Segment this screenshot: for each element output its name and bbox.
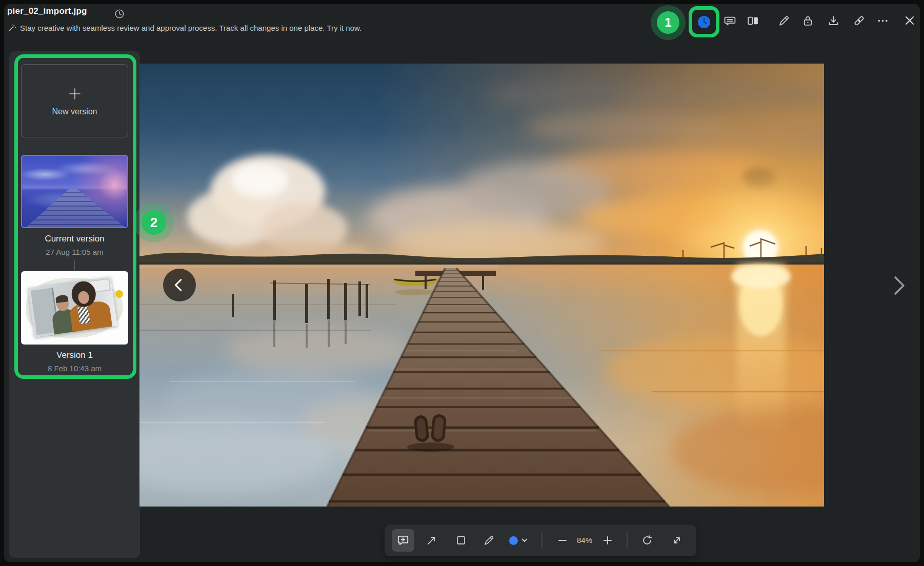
- annotate-pencil-button[interactable]: [776, 12, 792, 29]
- new-version-label: New version: [52, 107, 97, 116]
- previous-file-button[interactable]: [163, 269, 196, 301]
- comment-plus-icon: [396, 534, 410, 547]
- annotation-step-1: 1: [651, 5, 686, 40]
- toolbar-divider: [627, 533, 628, 548]
- image-preview: [139, 64, 824, 507]
- color-picker-dropdown[interactable]: [520, 537, 529, 544]
- pencil-tool-button[interactable]: [481, 532, 497, 549]
- zoom-level: 84%: [569, 536, 600, 544]
- version-1-label: Version 1: [9, 350, 140, 360]
- pencil-icon: [483, 534, 495, 547]
- annotation-step-2-number: 2: [142, 210, 166, 235]
- plus-icon: [603, 536, 612, 545]
- zoom-in-button[interactable]: [599, 532, 616, 549]
- comment-tool-button[interactable]: [392, 529, 414, 552]
- yellow-dot: [115, 290, 123, 298]
- rectangle-icon: [455, 534, 467, 547]
- promo-banner: Stay creative with seamless review and a…: [8, 24, 361, 32]
- download-button[interactable]: [825, 12, 841, 29]
- rectangle-tool-button[interactable]: [453, 532, 469, 549]
- version-connector-line: [74, 260, 75, 271]
- file-review-window: pier_02_import.jpg Stay creative with se…: [0, 0, 924, 566]
- minus-icon: [558, 536, 567, 545]
- arrow-icon: [426, 534, 438, 547]
- version-1-thumbnail[interactable]: [21, 271, 128, 345]
- annotation-box-1: [689, 6, 719, 37]
- arrow-tool-button[interactable]: [424, 532, 440, 549]
- current-version-thumbnail[interactable]: [21, 155, 128, 228]
- fullscreen-button[interactable]: [669, 532, 685, 549]
- share-link-button[interactable]: [851, 12, 867, 29]
- current-version-label: Current version: [9, 234, 140, 244]
- lock-button[interactable]: [799, 12, 816, 29]
- rotate-button[interactable]: [639, 532, 655, 549]
- next-file-button[interactable]: [889, 274, 909, 297]
- close-button[interactable]: [901, 12, 918, 29]
- chevron-right-icon: [891, 274, 907, 297]
- chevron-left-icon: [171, 276, 188, 294]
- plus-icon: [67, 86, 83, 102]
- color-picker-button[interactable]: [505, 532, 521, 549]
- new-version-button[interactable]: New version: [21, 64, 128, 137]
- file-title: pier_02_import.jpg: [7, 6, 87, 16]
- history-clock-small-icon: [114, 8, 125, 19]
- annotation-toolbar: 84%: [385, 524, 696, 556]
- version-history-button[interactable]: [697, 15, 711, 29]
- toolbar-divider: [541, 533, 543, 548]
- rotate-icon: [641, 534, 653, 547]
- color-swatch: [509, 536, 518, 545]
- compare-versions-button[interactable]: [745, 12, 761, 29]
- promo-text: Stay creative with seamless review and a…: [20, 24, 361, 32]
- pier-sunset-photo: [139, 64, 824, 507]
- magic-wand-icon: [8, 24, 16, 32]
- annotation-step-2: 2: [134, 203, 174, 242]
- fullscreen-icon: [671, 534, 683, 547]
- comments-button[interactable]: [721, 12, 738, 29]
- more-options-button[interactable]: [874, 12, 891, 29]
- thumbnail-pier-shape: [22, 156, 127, 227]
- current-version-time: 27 Aug 11:05 am: [9, 248, 140, 256]
- version-1-time: 8 Feb 10:43 am: [9, 364, 140, 373]
- annotation-step-1-number: 1: [657, 11, 679, 34]
- zoom-out-button[interactable]: [554, 532, 571, 549]
- chevron-down-icon: [521, 538, 528, 542]
